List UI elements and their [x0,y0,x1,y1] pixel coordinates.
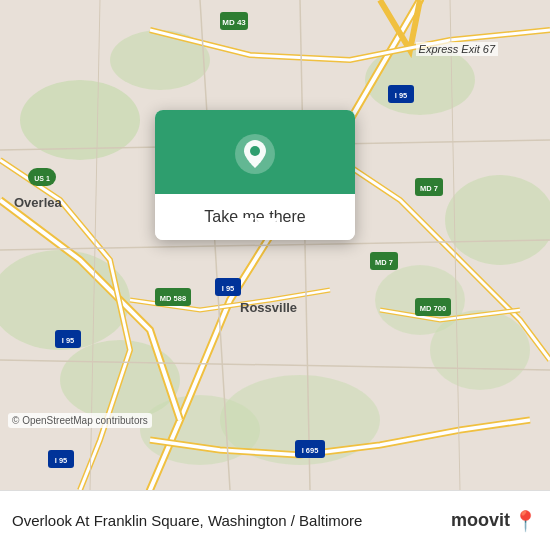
svg-text:I 695: I 695 [302,446,319,455]
moovit-pin-icon: 📍 [513,509,538,533]
svg-text:I 95: I 95 [62,336,75,345]
popup-card: Take me there [155,110,355,240]
svg-text:MD 588: MD 588 [160,294,186,303]
location-title: Overlook At Franklin Square, Washington … [12,512,443,529]
svg-point-8 [430,310,530,390]
svg-text:I 95: I 95 [55,456,68,465]
moovit-text: moovit [451,510,510,531]
svg-text:US 1: US 1 [34,175,50,182]
svg-point-41 [250,146,260,156]
take-me-there-button[interactable]: Take me there [155,194,355,240]
svg-point-7 [445,175,550,265]
popup-green-area [155,110,355,194]
express-exit-label: Express Exit 67 [416,42,498,56]
location-pin-icon [233,132,277,176]
moovit-logo: moovit 📍 [451,509,538,533]
svg-text:MD 700: MD 700 [420,304,446,313]
svg-text:MD 43: MD 43 [222,18,246,27]
svg-text:MD 7: MD 7 [420,184,438,193]
map-container: MD 43 US 1 I 95 I 95 I 95 I 95 MD 7 MD 7… [0,0,550,490]
svg-text:I 95: I 95 [222,284,235,293]
svg-text:I 95: I 95 [395,91,408,100]
copyright-text: © OpenStreetMap contributors [8,413,152,428]
bottom-bar: Overlook At Franklin Square, Washington … [0,490,550,550]
svg-text:MD 7: MD 7 [375,258,393,267]
